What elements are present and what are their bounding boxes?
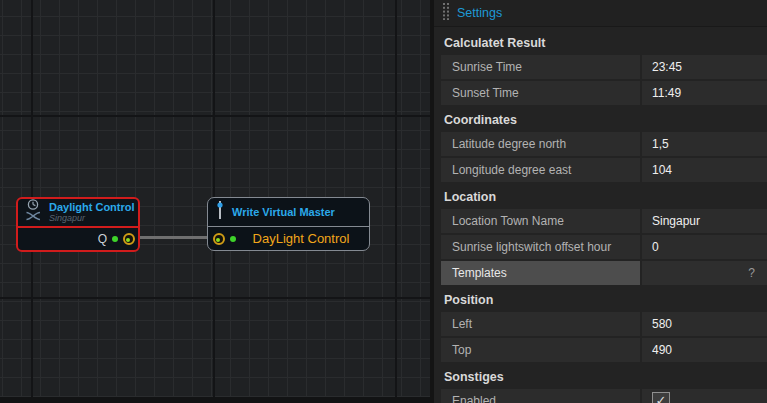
node-canvas[interactable]: Daylight Control Singapur Q Write Vir (0, 0, 430, 403)
row-value[interactable]: 104 (642, 158, 767, 182)
settings-row[interactable]: Location Town NameSingapur (441, 209, 767, 233)
app-window: Daylight Control Singapur Q Write Vir (0, 0, 767, 403)
canvas-bottom-edge (0, 397, 430, 403)
row-value[interactable]: 580 (642, 312, 767, 336)
row-value[interactable]: 0 (642, 235, 767, 259)
clock-shuffle-icon (25, 199, 42, 226)
row-value[interactable]: Singapur (642, 209, 767, 233)
section-title: Position (434, 287, 767, 312)
settings-row[interactable]: Left580 (441, 312, 767, 336)
settings-row[interactable]: Top490 (441, 338, 767, 362)
section-title: Location (434, 184, 767, 209)
node-daylight-body: Q (18, 228, 138, 250)
node-subtitle: Singapur (49, 214, 135, 223)
input-port[interactable] (213, 233, 225, 245)
input-port-label: DayLight Control (241, 231, 369, 246)
row-label: Sunset Time (441, 81, 642, 105)
settings-row[interactable]: Latitude degree north1,5 (441, 132, 767, 156)
settings-row[interactable]: Sunset Time11:49 (441, 81, 767, 105)
node-title: Daylight Control (49, 202, 135, 214)
row-value-cell[interactable]: ✓ (642, 389, 767, 403)
row-label: Sunrise lightswitch offset hour (441, 235, 642, 259)
input-status-dot (230, 236, 236, 242)
row-label: Templates (441, 261, 642, 285)
section-title: Coordinates (434, 107, 767, 132)
row-value[interactable]: 23:45 (642, 55, 767, 79)
row-label: Top (441, 338, 642, 362)
row-label: Longitude degree east (441, 158, 642, 182)
settings-panel: Settings Calculatet ResultSunrise Time23… (430, 0, 767, 403)
section-title: Calculatet Result (434, 30, 767, 55)
node-daylight-control[interactable]: Daylight Control Singapur Q (16, 197, 140, 252)
slider-pin-icon (215, 199, 225, 225)
row-label: Sunrise Time (441, 55, 642, 79)
node-title: Write Virtual Master (232, 206, 335, 218)
row-value[interactable]: 1,5 (642, 132, 767, 156)
node-writevm-body: DayLight Control (208, 227, 369, 250)
row-label: Left (441, 312, 642, 336)
settings-panel-header: Settings (434, 0, 767, 27)
connection-wire[interactable] (136, 236, 216, 239)
settings-row[interactable]: Sunrise lightswitch offset hour0 (441, 235, 767, 259)
row-value[interactable]: 11:49 (642, 81, 767, 105)
settings-panel-title[interactable]: Settings (457, 6, 502, 20)
settings-row[interactable]: Enabled✓ (441, 389, 767, 403)
node-daylight-header[interactable]: Daylight Control Singapur (18, 199, 138, 228)
enabled-checkbox[interactable]: ✓ (652, 392, 670, 403)
row-label: Enabled (441, 389, 642, 403)
row-value[interactable]: ? (642, 261, 767, 285)
clock-icon (28, 200, 37, 209)
settings-row[interactable]: Longitude degree east104 (441, 158, 767, 182)
output-port[interactable] (123, 233, 135, 245)
settings-row[interactable]: Sunrise Time23:45 (441, 55, 767, 79)
section-title: Sonstiges (434, 364, 767, 389)
row-value[interactable]: 490 (642, 338, 767, 362)
settings-row[interactable]: Templates? (441, 261, 767, 285)
shuffle-icon (27, 213, 41, 220)
row-label: Location Town Name (441, 209, 642, 233)
grip-icon[interactable] (443, 3, 450, 24)
node-writevm-header[interactable]: Write Virtual Master (208, 198, 369, 227)
output-status-dot (112, 236, 118, 242)
row-label: Latitude degree north (441, 132, 642, 156)
output-port-label: Q (98, 232, 107, 246)
settings-sections: Calculatet ResultSunrise Time23:45Sunset… (434, 27, 767, 403)
node-write-virtual-master[interactable]: Write Virtual Master DayLight Control (207, 197, 370, 251)
